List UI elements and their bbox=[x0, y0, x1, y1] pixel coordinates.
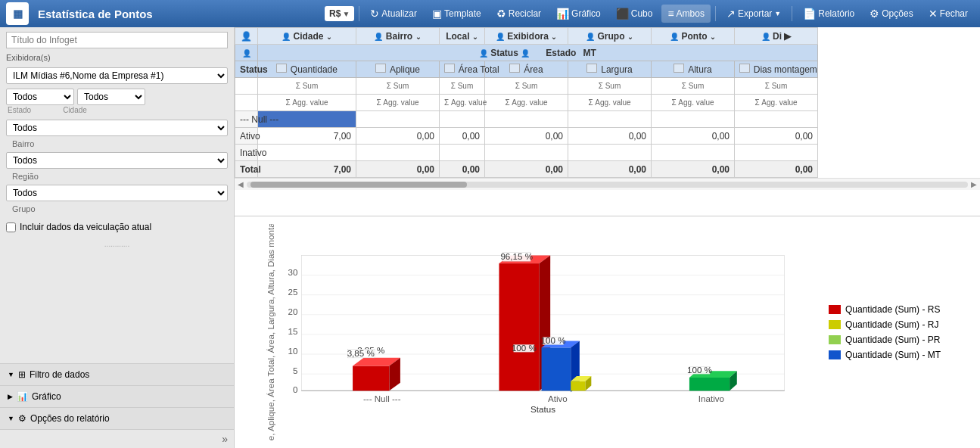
app-title: Estatística de Pontos bbox=[38, 8, 153, 20]
checkbox-row: Incluir dados da veiculação atual bbox=[6, 222, 228, 232]
grupo-chevron-icon: ⌄ bbox=[627, 33, 633, 41]
opcoes-button[interactable]: ⚙ Opções bbox=[863, 5, 919, 23]
chart-container: Quantidade, Aplique, Área Total, Área, L… bbox=[265, 224, 821, 440]
relatorio-label: Relatório bbox=[818, 8, 854, 19]
expand-icon[interactable]: » bbox=[222, 433, 228, 445]
regiao-select[interactable]: Todos bbox=[6, 152, 228, 169]
separator3 bbox=[792, 6, 792, 21]
grupo-select[interactable]: Todos bbox=[6, 185, 228, 201]
quantidade-header: Quantidade bbox=[291, 64, 338, 75]
svg-rect-18 bbox=[353, 366, 389, 390]
pivot-table-wrap: 👤 👤 Cidade ⌄ 👤 Bairro ⌄ bbox=[235, 27, 980, 216]
app-logo: ▦ bbox=[6, 2, 29, 25]
grafico-section-label: Gráfico bbox=[32, 391, 61, 402]
exportar-button[interactable]: ↗ Exportar ▼ bbox=[720, 5, 787, 23]
legend-item-rj: Quantidade (Sum) - RJ bbox=[829, 319, 965, 330]
estado-header-label: Status bbox=[490, 48, 518, 58]
legend-item-rs: Quantidade (Sum) - RS bbox=[829, 304, 965, 315]
cubo-label: Cubo bbox=[631, 8, 653, 19]
fechar-button[interactable]: ✕ Fechar bbox=[922, 5, 974, 23]
aplique-header: Aplique bbox=[390, 64, 420, 75]
pivot-col-grupo[interactable]: 👤 Grupo ⌄ bbox=[568, 28, 652, 45]
reciclar-button[interactable]: ♻ Reciclar bbox=[490, 5, 547, 23]
pivot-col-exibidora[interactable]: 👤 Exibidora ⌄ bbox=[485, 28, 568, 45]
bairro-select[interactable]: Todos bbox=[6, 120, 228, 136]
main-layout: Exibidora(s) ILM Mídias #6,Nome da Empre… bbox=[0, 27, 980, 448]
relatorio-icon: 📄 bbox=[803, 8, 816, 20]
legend-color-mt bbox=[829, 350, 841, 359]
reciclar-label: Reciclar bbox=[509, 8, 541, 19]
exibidora-select[interactable]: ILM Mídias #6,Nome da Empresa #1) bbox=[6, 67, 228, 84]
opcoes-section-icon: ⚙ bbox=[18, 413, 26, 424]
exibidora-col-chevron-icon: ⌄ bbox=[551, 33, 557, 41]
total-label: Total bbox=[235, 161, 258, 178]
currency-button[interactable]: R$ ▼ bbox=[325, 6, 354, 21]
svg-text:Inativo: Inativo bbox=[698, 394, 724, 403]
grafico-button[interactable]: 📊 Gráfico bbox=[550, 5, 607, 23]
pivot-table: 👤 👤 Cidade ⌄ 👤 Bairro ⌄ bbox=[235, 27, 980, 178]
grafico-section[interactable]: ▶ 📊 Gráfico bbox=[0, 386, 234, 408]
scroll-left-icon[interactable]: ◀ bbox=[238, 180, 244, 188]
svg-text:--- Null ---: --- Null --- bbox=[363, 394, 401, 403]
svg-text:20: 20 bbox=[288, 306, 298, 316]
bairro-row: Todos bbox=[6, 120, 228, 136]
altura-header: Altura bbox=[688, 64, 711, 75]
pivot-col-bairro[interactable]: 👤 Bairro ⌄ bbox=[356, 28, 440, 45]
cidade-select[interactable]: Todos bbox=[77, 89, 145, 105]
opcoes-relatorio-section[interactable]: ▼ ⚙ Opções do relatório bbox=[0, 408, 234, 430]
grafico-label: Gráfico bbox=[571, 8, 601, 19]
bairro-chevron-icon: ⌄ bbox=[415, 33, 422, 41]
svg-text:10: 10 bbox=[288, 346, 298, 356]
svg-rect-24 bbox=[499, 263, 539, 390]
currency-label: R$ bbox=[329, 8, 341, 19]
legend-label-mt: Quantidade (Sum) - MT bbox=[845, 350, 941, 360]
pivot-col-ponto[interactable]: 👤 Ponto ⌄ bbox=[652, 28, 735, 45]
left-panel: Exibidora(s) ILM Mídias #6,Nome da Empre… bbox=[0, 27, 235, 448]
checkbox-label: Incluir dados da veiculação atual bbox=[20, 222, 151, 232]
svg-rect-39 bbox=[689, 378, 730, 390]
svg-text:0: 0 bbox=[293, 384, 297, 394]
svg-text:30: 30 bbox=[288, 267, 298, 277]
atualizar-button[interactable]: ↻ Atualizar bbox=[364, 5, 423, 23]
title-input[interactable] bbox=[6, 32, 228, 48]
horizontal-scrollbar[interactable]: ◀ ▶ bbox=[235, 178, 980, 190]
pivot-col-local[interactable]: Local ⌄ bbox=[440, 28, 485, 45]
estado-select[interactable]: Todos bbox=[6, 89, 74, 105]
filtro-dados-section[interactable]: ▼ ⊞ Filtro de dados bbox=[0, 364, 234, 386]
pivot-col-cidade[interactable]: 👤 Cidade ⌄ bbox=[258, 28, 356, 45]
fechar-icon: ✕ bbox=[929, 8, 938, 20]
separator bbox=[359, 6, 359, 21]
legend-label-rs: Quantidade (Sum) - RS bbox=[845, 304, 940, 315]
svg-text:25: 25 bbox=[288, 287, 298, 297]
pivot-col-di[interactable]: 👤 Di ▶ bbox=[735, 28, 818, 45]
regiao-label: Região bbox=[6, 171, 234, 182]
estado-cidade-row: Todos Todos bbox=[6, 89, 228, 105]
opcoes-icon: ⚙ bbox=[870, 8, 879, 20]
svg-rect-27 bbox=[542, 347, 571, 390]
chart-svg: Quantidade, Aplique, Área Total, Área, L… bbox=[265, 224, 821, 440]
svg-text:100 %: 100 % bbox=[512, 343, 537, 353]
area-header: Área bbox=[524, 64, 543, 75]
svg-text:100 %: 100 % bbox=[541, 335, 566, 345]
estado-sublabel: Estado bbox=[6, 106, 31, 114]
relatorio-button[interactable]: 📄 Relatório bbox=[797, 5, 860, 23]
status-header-label: Status bbox=[240, 64, 268, 75]
scroll-right-icon[interactable]: ▶ bbox=[971, 180, 977, 188]
refresh-icon: ↻ bbox=[370, 8, 379, 20]
cubo-button[interactable]: ⬛ Cubo bbox=[610, 5, 659, 23]
area-total-header: Área Total bbox=[459, 64, 499, 75]
template-button[interactable]: ▣ Template bbox=[426, 5, 487, 23]
local-chevron-icon: ⌄ bbox=[472, 33, 478, 41]
legend-label-rj: Quantidade (Sum) - RJ bbox=[845, 319, 938, 330]
filtro-arrow-icon: ▼ bbox=[8, 371, 14, 378]
grafico-section-icon: 📊 bbox=[17, 391, 28, 402]
regiao-row: Todos bbox=[6, 152, 228, 169]
ambos-label: Ambos bbox=[677, 8, 705, 19]
filtro-icon: ⊞ bbox=[18, 369, 26, 380]
right-panel: 👤 👤 Cidade ⌄ 👤 Bairro ⌄ bbox=[235, 27, 980, 448]
grupo-row: Todos bbox=[6, 185, 228, 201]
legend-item-pr: Quantidade (Sum) - PR bbox=[829, 334, 965, 345]
ambos-button[interactable]: ≡ Ambos bbox=[661, 5, 711, 23]
incluir-checkbox[interactable] bbox=[6, 222, 16, 232]
dots: ............ bbox=[0, 237, 234, 251]
